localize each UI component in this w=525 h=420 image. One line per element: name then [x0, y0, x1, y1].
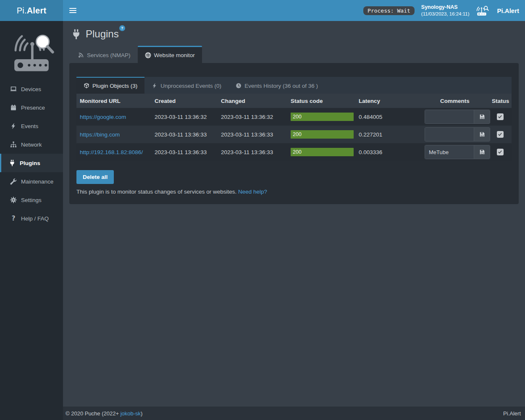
latency-cell: 0.227201: [355, 126, 421, 143]
created-cell: 2023-03-11 13:36:33: [151, 143, 218, 161]
status-code-bar: 200: [291, 148, 354, 156]
sidebar-item-label: Presence: [21, 105, 45, 111]
question-icon: [10, 215, 17, 222]
status-checkbox[interactable]: [497, 113, 504, 120]
plugin-description: This plugin is to monitor status changes…: [76, 189, 512, 195]
sidebar-item-presence[interactable]: Presence: [0, 98, 63, 117]
changed-cell: 2023-03-11 13:36:33: [218, 126, 287, 143]
panel-tab-plugin-objects-3[interactable]: Plugin Objects (3): [76, 77, 144, 94]
tab-label: Events History (36 out of 36 ): [244, 83, 318, 89]
panel-tab-unprocessed-events-0[interactable]: Unprocessed Events (0): [144, 77, 228, 94]
sidebar-menu: DevicesPresenceEventsNetworkPluginsMaint…: [0, 80, 63, 228]
plugin-tabs: Services (NMAP)Website monitor: [71, 46, 519, 63]
calendar-icon: [10, 104, 17, 111]
delete-all-button[interactable]: Delete all: [76, 170, 114, 184]
status-checkbox[interactable]: [497, 149, 504, 155]
sidebar: DevicesPresenceEventsNetworkPluginsMaint…: [0, 21, 63, 420]
status-checkbox[interactable]: [497, 131, 504, 138]
brand-bold: Alert: [27, 6, 47, 16]
wrench-icon: [10, 178, 17, 185]
panel-tab-events-history-36-out-of-36[interactable]: Events History (36 out of 36 ): [228, 77, 325, 94]
brand-prefix: Pi.: [17, 6, 27, 16]
table-header-row: Monitored URL Created Changed Status cod…: [76, 94, 512, 108]
col-monitored-url: Monitored URL: [76, 94, 151, 108]
col-comments: Comments: [421, 94, 488, 108]
status-code-bar: 200: [291, 130, 354, 139]
sidebar-item-label: Network: [21, 142, 42, 148]
created-cell: 2023-03-11 13:36:33: [151, 126, 218, 143]
help-badge[interactable]: ?: [119, 25, 125, 31]
website-monitor-panel: Plugin Objects (3)Unprocessed Events (0)…: [69, 63, 519, 204]
sitemap-icon: [10, 141, 17, 148]
sidebar-item-settings[interactable]: Settings: [0, 191, 63, 209]
tab-label: Plugin Objects (3): [92, 83, 137, 89]
sidebar-item-label: Devices: [21, 86, 41, 92]
host-info: Synology-NAS (11/03/2023, 16:24:11): [421, 4, 470, 17]
sidebar-item-label: Maintenance: [21, 178, 53, 185]
comment-input[interactable]: [425, 110, 474, 123]
monitored-url-link[interactable]: https://bing.com: [80, 131, 120, 138]
gear-icon: [10, 197, 17, 203]
bolt-icon: [152, 83, 158, 89]
sidebar-toggle-icon[interactable]: [63, 0, 82, 21]
table-row: http://192.168.1.82:8086/ 2023-03-11 13:…: [76, 143, 512, 161]
monitored-url-link[interactable]: http://192.168.1.82:8086/: [80, 149, 143, 155]
table-body: https://google.com 2023-03-11 13:36:32 2…: [76, 108, 512, 161]
radar-icon: [78, 52, 84, 58]
header-app-name: Pi.Alert: [497, 7, 519, 14]
changed-cell: 2023-03-11 13:36:33: [218, 143, 287, 161]
plug-icon: [9, 160, 16, 166]
comment-input[interactable]: [425, 128, 474, 141]
footer-copyright: © 2020 Puche (2022+ jokob-sk): [66, 410, 142, 417]
content-area: Plugins ? Services (NMAP)Website monitor…: [63, 21, 525, 407]
globe-icon: [145, 52, 151, 58]
laptop-icon: [10, 86, 17, 92]
status-code-bar: 200: [291, 113, 354, 121]
navbar: Process: Wait Synology-NAS (11/03/2023, …: [63, 0, 525, 21]
process-status-badge: Process: Wait: [363, 6, 415, 15]
check-icon: [498, 132, 502, 136]
page-header: Plugins ?: [63, 21, 525, 42]
floppy-save-icon: [479, 149, 485, 155]
monitored-url-table: Monitored URL Created Changed Status cod…: [76, 94, 512, 161]
host-time: (11/03/2023, 16:24:11): [421, 11, 470, 17]
page-footer: © 2020 Puche (2022+ jokob-sk) Pi.Alert: [63, 407, 525, 420]
tab-label: Services (NMAP): [87, 52, 131, 58]
sidebar-item-label: Help / FAQ: [21, 215, 49, 222]
host-name: Synology-NAS: [421, 4, 470, 10]
need-help-link[interactable]: Need help?: [238, 189, 267, 195]
jokob-sk-link[interactable]: jokob-sk: [121, 410, 141, 417]
tab-label: Website monitor: [154, 52, 195, 58]
latency-cell: 0.003336: [355, 143, 421, 161]
save-comment-button[interactable]: [474, 110, 490, 123]
top-header: Pi.Alert Process: Wait Synology-NAS (11/…: [0, 0, 525, 21]
col-created: Created: [151, 94, 218, 108]
panel-tabs: Plugin Objects (3)Unprocessed Events (0)…: [76, 77, 512, 94]
sidebar-item-maintenance[interactable]: Maintenance: [0, 172, 63, 191]
created-cell: 2023-03-11 13:36:32: [151, 108, 218, 126]
save-comment-button[interactable]: [474, 145, 490, 159]
monitored-url-link[interactable]: https://google.com: [80, 114, 126, 120]
sidebar-item-plugins[interactable]: Plugins: [0, 154, 63, 172]
comment-input[interactable]: [425, 145, 474, 159]
sidebar-item-events[interactable]: Events: [0, 117, 63, 135]
sidebar-item-network[interactable]: Network: [0, 135, 63, 154]
tab-website-monitor[interactable]: Website monitor: [138, 46, 202, 63]
save-comment-button[interactable]: [474, 128, 490, 141]
col-status: Status: [488, 94, 512, 108]
router-magnifier-logo-icon: [8, 29, 55, 76]
table-row: https://google.com 2023-03-11 13:36:32 2…: [76, 108, 512, 126]
col-changed: Changed: [218, 94, 287, 108]
col-latency: Latency: [355, 94, 421, 108]
bolt-icon: [10, 123, 17, 129]
sidebar-item-help-faq[interactable]: Help / FAQ: [0, 209, 63, 228]
plug-icon: [71, 29, 81, 39]
tab-services-nmap[interactable]: Services (NMAP): [71, 46, 138, 63]
check-icon: [498, 114, 502, 119]
brand-logo[interactable]: Pi.Alert: [0, 0, 63, 21]
sidebar-item-label: Events: [21, 123, 38, 129]
page-title: Plugins ?: [86, 28, 119, 40]
sidebar-item-devices[interactable]: Devices: [0, 80, 63, 98]
cube-icon: [84, 83, 89, 89]
check-icon: [498, 150, 502, 154]
